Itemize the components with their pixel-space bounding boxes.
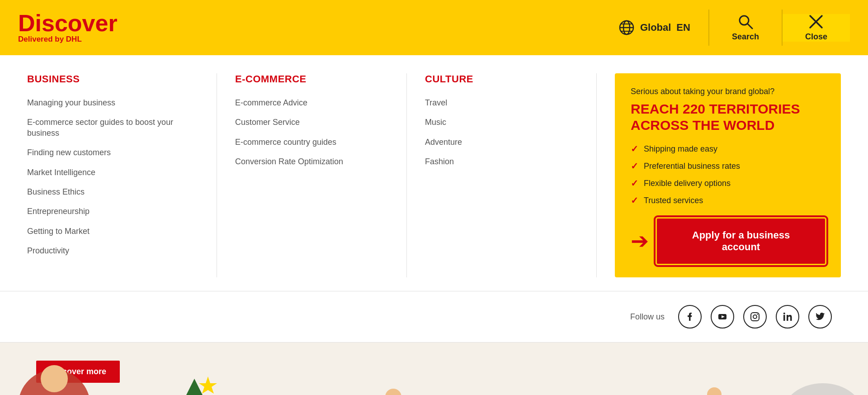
logo-discover: Discover (18, 11, 118, 35)
promo-feature-1: ✓ Shipping made easy (631, 143, 825, 154)
social-row: Follow us (0, 291, 868, 343)
menu-item-travel[interactable]: Travel (425, 98, 578, 108)
promo-subtitle: Serious about taking your brand global? (631, 87, 825, 96)
svg-point-18 (41, 365, 68, 392)
check-icon-2: ✓ (631, 161, 638, 171)
youtube-link[interactable] (711, 305, 734, 328)
linkedin-link[interactable] (776, 305, 799, 328)
menu-item-conversion[interactable]: Conversion Rate Optimization (235, 157, 388, 167)
menu-item-music[interactable]: Music (425, 117, 578, 128)
culture-title: CULTURE (425, 73, 578, 85)
ecommerce-column: E-COMMERCE E-commerce Advice Customer Se… (217, 73, 407, 277)
menu-item-market[interactable]: Market Intelligence (27, 167, 198, 178)
promo-feature-4: ✓ Trusted services (631, 195, 825, 206)
menu-item-fashion[interactable]: Fashion (425, 157, 578, 167)
culture-column: CULTURE Travel Music Adventure Fashion (407, 73, 597, 277)
language-label: EN (676, 22, 690, 33)
twitter-link[interactable] (808, 305, 832, 328)
close-icon (808, 14, 824, 29)
svg-marker-22 (199, 376, 217, 394)
promo-title: REACH 220 TERRITORIES ACROSS THE WORLD (631, 101, 825, 133)
region-selector[interactable]: Global EN (600, 19, 708, 36)
check-icon-4: ✓ (631, 195, 638, 206)
youtube-icon (717, 312, 727, 322)
promo-feature-3: ✓ Flexible delivery options (631, 178, 825, 189)
region-label: Global (640, 22, 671, 33)
follow-us-label: Follow us (630, 312, 665, 322)
menu-item-finding[interactable]: Finding new customers (27, 148, 198, 158)
business-title: BUSINESS (27, 73, 198, 85)
menu-item-adventure[interactable]: Adventure (425, 137, 578, 148)
apply-business-account-button[interactable]: Apply for a business account (657, 219, 825, 264)
search-icon (738, 14, 753, 29)
header-right: Global EN Search Close (600, 10, 850, 46)
search-label: Search (732, 32, 759, 42)
svg-rect-14 (783, 315, 785, 321)
menu-item-customer-service[interactable]: Customer Service (235, 117, 388, 128)
close-button[interactable]: Close (783, 14, 850, 42)
business-column: BUSINESS Managing your business E-commer… (27, 73, 217, 277)
svg-point-15 (783, 313, 785, 314)
menu-item-getting[interactable]: Getting to Market (27, 226, 198, 237)
nav-menu: BUSINESS Managing your business E-commer… (0, 55, 868, 291)
menu-item-advice[interactable]: E-commerce Advice (235, 98, 388, 108)
svg-point-12 (753, 315, 757, 319)
svg-point-13 (757, 314, 758, 314)
logo-subtitle: Delivered by DHL (18, 35, 118, 44)
ecommerce-title: E-COMMERCE (235, 73, 388, 85)
promo-box: Serious about taking your brand global? … (615, 73, 841, 277)
site-header: Discover Delivered by DHL Global EN Sear… (0, 0, 868, 55)
promo-cta-row: ➔ Apply for a business account (631, 219, 825, 264)
facebook-icon (685, 312, 695, 322)
close-label: Close (805, 32, 827, 42)
logo[interactable]: Discover Delivered by DHL (18, 11, 118, 44)
svg-point-52 (782, 383, 863, 395)
svg-point-28 (385, 389, 401, 395)
instagram-icon (750, 312, 760, 322)
hero-section: Discover more (0, 343, 868, 395)
hero-scene (0, 352, 868, 395)
check-icon-3: ✓ (631, 178, 638, 189)
promo-feature-2: ✓ Preferential business rates (631, 161, 825, 171)
twitter-icon (815, 312, 825, 322)
menu-item-productivity[interactable]: Productivity (27, 246, 198, 256)
arrow-icon: ➔ (631, 230, 649, 252)
globe-icon (618, 19, 635, 36)
linkedin-icon (783, 312, 793, 322)
menu-item-ecommerce-guides[interactable]: E-commerce sector guides to boost your b… (27, 117, 198, 138)
menu-item-entrepreneurship[interactable]: Entrepreneurship (27, 206, 198, 217)
menu-item-managing[interactable]: Managing your business (27, 98, 198, 108)
instagram-link[interactable] (743, 305, 767, 328)
svg-point-48 (707, 387, 722, 395)
svg-line-6 (748, 24, 752, 29)
check-icon-1: ✓ (631, 143, 638, 154)
menu-item-ethics[interactable]: Business Ethics (27, 187, 198, 197)
search-button[interactable]: Search (709, 14, 782, 42)
menu-item-country-guides[interactable]: E-commerce country guides (235, 137, 388, 148)
facebook-link[interactable] (678, 305, 702, 328)
